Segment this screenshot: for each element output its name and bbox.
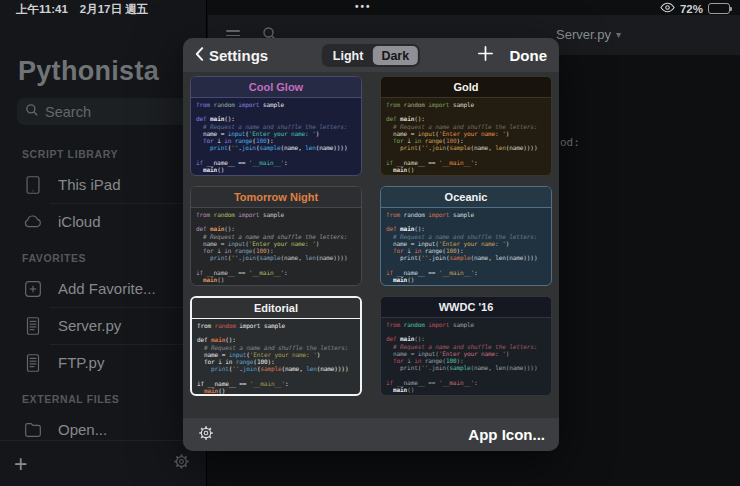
modal-footer: App Icon...: [183, 418, 559, 451]
add-favorite-icon: [22, 278, 44, 300]
battery-icon: [708, 3, 730, 14]
theme-code-preview: from random import sample def main(): # …: [192, 319, 360, 396]
theme-code-preview: from random import sample def main(): # …: [191, 98, 361, 176]
app-title: Pythonista: [18, 56, 159, 87]
search-field[interactable]: [17, 98, 189, 125]
add-theme-icon[interactable]: [477, 45, 494, 66]
sidebar-item-label: Server.py: [58, 317, 121, 334]
date: 2月17日 週五: [80, 2, 148, 17]
script-file-icon: [22, 315, 44, 337]
sidebar-item-add-favorite[interactable]: Add Favorite...: [0, 270, 205, 307]
back-to-settings-button[interactable]: Settings: [195, 46, 268, 65]
status-bar: 上午11:41 2月17日 週五 ••• 72%: [0, 0, 740, 18]
multitask-indicator[interactable]: •••: [355, 1, 372, 12]
theme-card-cool-glow[interactable]: Cool Glow from random import sample def …: [190, 76, 362, 176]
ipad-icon: [22, 174, 44, 196]
sidebar-bottom-bar: +: [0, 440, 205, 486]
theme-card-oceanic[interactable]: Oceanic from random import sample def ma…: [380, 186, 552, 286]
app-icon-button[interactable]: App Icon...: [468, 426, 545, 443]
sidebar-item-label: Open...: [58, 421, 107, 438]
clock: 上午11:41: [16, 2, 68, 17]
chevron-down-icon: ▾: [616, 29, 621, 40]
sidebar: Pythonista SCRIPT LIBRARYThis iPadiCloud…: [0, 0, 207, 486]
theme-name: WWDC '16: [439, 301, 494, 313]
sidebar-item-server-py[interactable]: Server.py: [0, 307, 205, 344]
sidebar-item-label: FTP.py: [58, 354, 104, 371]
appearance-segmented-control: Light Dark: [322, 44, 420, 67]
theme-name: Tomorrow Night: [234, 191, 318, 203]
new-script-button[interactable]: +: [14, 454, 27, 474]
script-file-icon: [22, 352, 44, 374]
theme-card-editorial[interactable]: Editorial from random import sample def …: [190, 296, 362, 396]
back-button-label: Settings: [209, 47, 268, 64]
theme-grid: Cool Glow from random import sample def …: [183, 72, 559, 418]
sidebar-item-label: This iPad: [58, 176, 121, 193]
open-file-tab[interactable]: Server.py ▾: [556, 27, 621, 42]
theme-name: Cool Glow: [249, 81, 303, 93]
sidebar-section-header: FAVORITES: [0, 240, 205, 270]
sidebar-item-ftp-py[interactable]: FTP.py: [0, 344, 205, 381]
sidebar-item-label: Add Favorite...: [58, 280, 156, 297]
done-button[interactable]: Done: [510, 47, 548, 64]
modal-settings-gear-icon[interactable]: [197, 424, 215, 446]
sidebar-section-header: SCRIPT LIBRARY: [0, 136, 205, 166]
theme-name: Oceanic: [445, 191, 488, 203]
sidebar-item-this-ipad[interactable]: This iPad: [0, 166, 205, 203]
eye-icon: [660, 2, 675, 15]
folder-icon: [22, 419, 44, 441]
theme-name: Gold: [453, 81, 478, 93]
segment-light[interactable]: Light: [324, 46, 373, 65]
modal-header: Settings Light Dark Done: [183, 38, 559, 72]
settings-modal: Settings Light Dark Done Cool Glow from …: [183, 38, 559, 451]
theme-code-preview: from random import sample def main(): # …: [381, 208, 551, 286]
segment-dark[interactable]: Dark: [372, 46, 418, 65]
sidebar-item-label: iCloud: [58, 213, 101, 230]
search-icon: [25, 103, 39, 121]
editor-code-fragment: od:: [560, 136, 580, 149]
theme-code-preview: from random import sample def main(): # …: [381, 98, 551, 176]
sidebar-item-icloud[interactable]: iCloud: [0, 203, 205, 240]
theme-code-preview: from random import sample def main(): # …: [191, 208, 361, 286]
theme-code-preview: from random import sample def main(): # …: [381, 318, 551, 396]
theme-name: Editorial: [254, 302, 298, 314]
theme-card-wwdc-16[interactable]: WWDC '16 from random import sample def m…: [380, 296, 552, 396]
open-file-name: Server.py: [556, 27, 611, 42]
battery-percent: 72%: [680, 3, 703, 15]
sidebar-section-header: EXTERNAL FILES: [0, 381, 205, 411]
sidebar-settings-gear-icon[interactable]: [172, 452, 191, 475]
screen: Pythonista SCRIPT LIBRARYThis iPadiCloud…: [0, 0, 740, 486]
cloud-icon: [22, 211, 44, 233]
theme-card-gold[interactable]: Gold from random import sample def main(…: [380, 76, 552, 176]
theme-card-tomorrow-night[interactable]: Tomorrow Night from random import sample…: [190, 186, 362, 286]
chevron-left-icon: [195, 46, 204, 65]
